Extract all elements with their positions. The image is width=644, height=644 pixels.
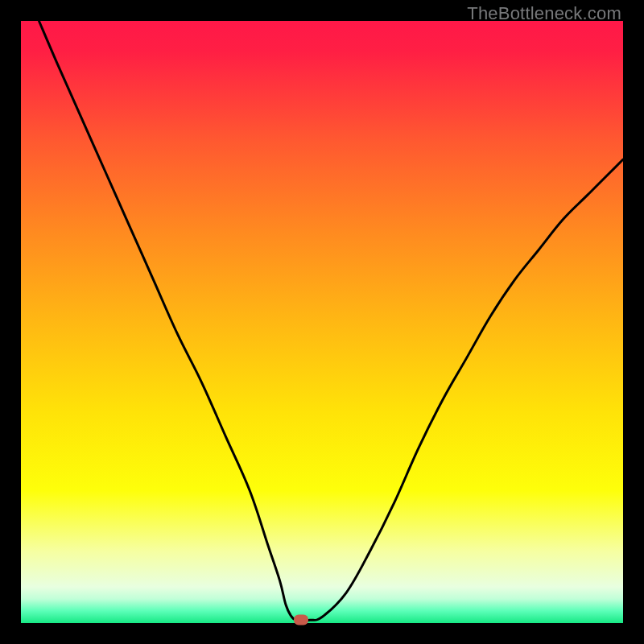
plot-area — [21, 21, 623, 623]
bottleneck-curve-path — [39, 21, 623, 621]
curve-svg — [21, 21, 623, 623]
chart-frame: TheBottleneck.com — [0, 0, 644, 644]
optimum-marker — [294, 614, 308, 625]
watermark-text: TheBottleneck.com — [467, 3, 621, 24]
